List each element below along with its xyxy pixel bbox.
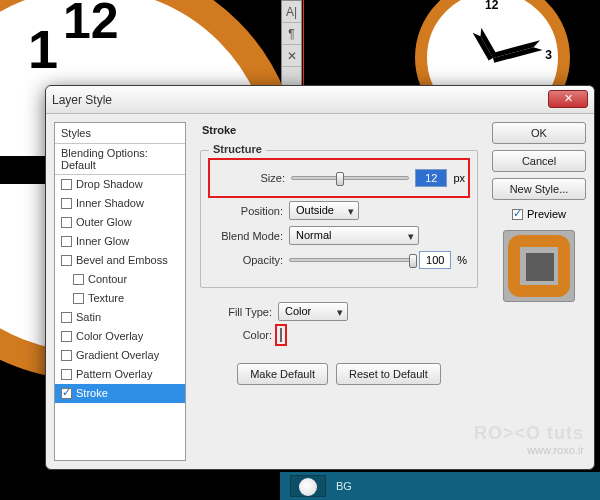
style-checkbox[interactable] <box>73 293 84 304</box>
clock-number-12: 12 <box>63 0 119 50</box>
style-row-stroke[interactable]: Stroke <box>55 384 185 403</box>
cancel-button[interactable]: Cancel <box>492 150 586 172</box>
style-checkbox[interactable] <box>61 369 72 380</box>
close-button[interactable]: ✕ <box>548 90 588 108</box>
close-icon: ✕ <box>564 92 573 104</box>
structure-group: Structure Size: 12 px Position: Outside … <box>200 150 478 288</box>
reset-default-button[interactable]: Reset to Default <box>336 363 441 385</box>
position-select[interactable]: Outside <box>289 201 359 220</box>
opacity-input[interactable]: 100 <box>419 251 451 269</box>
position-label: Position: <box>211 205 283 217</box>
styles-header[interactable]: Styles <box>55 123 185 144</box>
ok-button[interactable]: OK <box>492 122 586 144</box>
style-row-bevel-and-emboss[interactable]: Bevel and Emboss <box>55 251 185 270</box>
style-checkbox[interactable] <box>61 179 72 190</box>
thumb-circle <box>299 478 317 496</box>
style-row-texture[interactable]: Texture <box>55 289 185 308</box>
size-input[interactable]: 12 <box>415 169 447 187</box>
style-label: Stroke <box>76 387 108 399</box>
style-row-satin[interactable]: Satin <box>55 308 185 327</box>
opacity-label: Opacity: <box>211 254 283 266</box>
guide-line <box>303 0 304 90</box>
style-label: Color Overlay <box>76 330 143 342</box>
preview-label: Preview <box>527 208 566 220</box>
blending-options-row[interactable]: Blending Options: Default <box>55 144 185 175</box>
small-hand <box>491 40 542 63</box>
style-row-outer-glow[interactable]: Outer Glow <box>55 213 185 232</box>
preview-thumbnail <box>503 230 575 302</box>
style-label: Inner Shadow <box>76 197 144 209</box>
tool-a-icon[interactable]: A| <box>282 1 301 23</box>
styles-list: Styles Blending Options: Default Drop Sh… <box>54 122 186 461</box>
preview-checkbox[interactable] <box>512 209 523 220</box>
style-checkbox[interactable] <box>61 255 72 266</box>
panel-title: Stroke <box>202 124 478 136</box>
sc-3: 3 <box>545 48 552 62</box>
style-label: Outer Glow <box>76 216 132 228</box>
style-label: Bevel and Emboss <box>76 254 168 266</box>
dialog-titlebar[interactable]: Layer Style ✕ <box>46 86 594 114</box>
style-checkbox[interactable] <box>61 331 72 342</box>
style-row-drop-shadow[interactable]: Drop Shadow <box>55 175 185 194</box>
opacity-unit: % <box>457 254 467 266</box>
size-label: Size: <box>213 172 285 184</box>
layer-thumbnail[interactable] <box>290 475 326 497</box>
color-label: Color: <box>200 329 272 341</box>
style-checkbox[interactable] <box>61 350 72 361</box>
settings-panel: Stroke Structure Size: 12 px Position: O… <box>194 122 484 461</box>
watermark-url: www.roxo.ir <box>474 444 584 456</box>
opacity-slider[interactable] <box>289 258 413 262</box>
style-checkbox[interactable] <box>61 312 72 323</box>
clock-number-1: 1 <box>28 18 58 80</box>
style-label: Pattern Overlay <box>76 368 152 380</box>
style-row-contour[interactable]: Contour <box>55 270 185 289</box>
tool-strip: A| ¶ ✕ <box>281 0 302 90</box>
blend-mode-label: Blend Mode: <box>211 230 283 242</box>
watermark: RO><O tuts www.roxo.ir <box>474 423 584 456</box>
small-hand-2 <box>472 27 497 60</box>
fill-type-select[interactable]: Color <box>278 302 348 321</box>
style-row-inner-glow[interactable]: Inner Glow <box>55 232 185 251</box>
sc-12: 12 <box>485 0 498 12</box>
fill-type-label: Fill Type: <box>200 306 272 318</box>
style-row-pattern-overlay[interactable]: Pattern Overlay <box>55 365 185 384</box>
size-unit: px <box>453 172 465 184</box>
style-row-color-overlay[interactable]: Color Overlay <box>55 327 185 346</box>
layer-name[interactable]: BG <box>336 480 352 492</box>
color-highlight <box>275 324 287 346</box>
size-highlight: Size: 12 px <box>208 158 470 198</box>
style-checkbox[interactable] <box>61 388 72 399</box>
style-label: Satin <box>76 311 101 323</box>
layer-style-dialog: Layer Style ✕ Styles Blending Options: D… <box>45 85 595 470</box>
preview-square <box>526 253 554 281</box>
dialog-right-column: OK Cancel New Style... Preview <box>492 122 586 461</box>
tool-x-icon[interactable]: ✕ <box>282 45 301 67</box>
style-checkbox[interactable] <box>61 198 72 209</box>
style-row-gradient-overlay[interactable]: Gradient Overlay <box>55 346 185 365</box>
style-label: Contour <box>88 273 127 285</box>
structure-legend: Structure <box>209 143 266 155</box>
dialog-title: Layer Style <box>52 93 112 107</box>
slider-thumb[interactable] <box>336 172 344 186</box>
tool-paragraph-icon[interactable]: ¶ <box>282 23 301 45</box>
make-default-button[interactable]: Make Default <box>237 363 328 385</box>
style-label: Gradient Overlay <box>76 349 159 361</box>
layers-bar: BG <box>280 472 600 500</box>
watermark-title: RO><O tuts <box>474 423 584 444</box>
style-checkbox[interactable] <box>61 236 72 247</box>
slider-thumb[interactable] <box>409 254 417 268</box>
style-label: Drop Shadow <box>76 178 143 190</box>
style-label: Texture <box>88 292 124 304</box>
style-row-inner-shadow[interactable]: Inner Shadow <box>55 194 185 213</box>
size-slider[interactable] <box>291 176 409 180</box>
new-style-button[interactable]: New Style... <box>492 178 586 200</box>
style-label: Inner Glow <box>76 235 129 247</box>
blend-mode-select[interactable]: Normal <box>289 226 419 245</box>
color-swatch[interactable] <box>280 328 282 342</box>
style-checkbox[interactable] <box>61 217 72 228</box>
style-checkbox[interactable] <box>73 274 84 285</box>
